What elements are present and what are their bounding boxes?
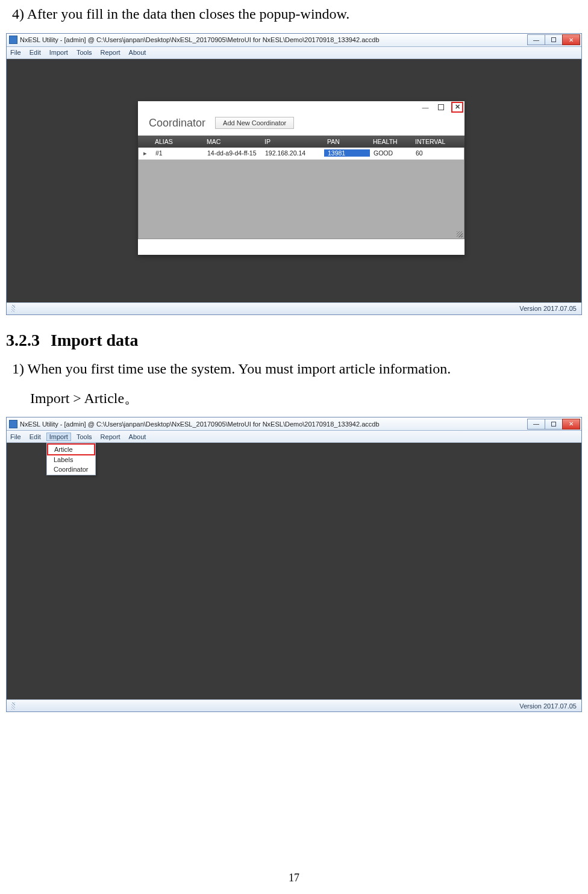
table-row[interactable]: ▸ #1 14-dd-a9-d4-ff-15 192.168.20.14 139… [139, 148, 464, 160]
col-interval: INTERVAL [411, 138, 454, 145]
version-label: Version 2017.07.05 [519, 702, 577, 710]
col-health: HEALTH [369, 138, 411, 145]
dropdown-item-labels[interactable]: Labels [48, 455, 95, 464]
statusbar-grip-icon [11, 305, 15, 312]
menu-import[interactable]: Import [46, 433, 71, 441]
minimize-button[interactable]: — [527, 34, 545, 45]
cell-interval[interactable]: 60 [412, 149, 454, 157]
popup-title: Coordinator [149, 117, 205, 130]
cell-mac[interactable]: 14-dd-a9-d4-ff-15 [204, 149, 261, 157]
section-heading: 3.2.3Import data [6, 331, 582, 350]
cell-pan[interactable]: 13981 [324, 149, 370, 157]
maximize-button[interactable] [545, 419, 563, 430]
window-titlebar: NxESL Utility - [admin] @ C:\Users\janpa… [7, 34, 581, 47]
coordinator-table: ALIAS MAC IP PAN HEALTH INTERVAL ▸ #1 [138, 136, 464, 239]
status-bar: Version 2017.07.05 [7, 699, 581, 711]
close-button[interactable]: ✕ [562, 34, 580, 45]
minimize-button[interactable]: — [527, 419, 545, 430]
menu-import[interactable]: Import [49, 49, 68, 56]
cell-health[interactable]: GOOD [370, 149, 412, 157]
doc-step-4: 4) After you fill in the data then close… [6, 4, 582, 25]
doc-step-1: 1) When you first time use the system. Y… [6, 358, 582, 380]
cell-ip[interactable]: 192.168.20.14 [261, 149, 324, 157]
screenshot-coordinator: NxESL Utility - [admin] @ C:\Users\janpa… [6, 33, 582, 315]
page-number: 17 [0, 872, 588, 884]
add-coordinator-button[interactable]: Add New Coordinator [215, 117, 294, 129]
doc-step-1-path: Import > Article。 [6, 388, 582, 409]
row-marker: ▸ [139, 149, 152, 157]
col-mac: MAC [203, 138, 261, 145]
menu-edit[interactable]: Edit [30, 433, 41, 440]
col-pan: PAN [324, 138, 369, 145]
version-label: Version 2017.07.05 [519, 305, 577, 312]
popup-close-button[interactable]: ✕ [451, 102, 463, 113]
menu-bar: File Edit Import Tools Report About [7, 47, 581, 59]
window-title: NxESL Utility - [admin] @ C:\Users\janpa… [20, 36, 528, 43]
close-button[interactable]: ✕ [562, 419, 580, 430]
menu-file[interactable]: File [10, 433, 21, 440]
col-ip: IP [261, 138, 324, 145]
menu-about[interactable]: About [129, 433, 146, 440]
app-icon [9, 36, 17, 44]
window-titlebar: NxESL Utility - [admin] @ C:\Users\janpa… [7, 417, 581, 431]
popup-maximize-button[interactable] [436, 102, 446, 112]
statusbar-grip-icon [11, 702, 15, 710]
menu-file[interactable]: File [10, 49, 21, 56]
col-alias: ALIAS [151, 138, 203, 145]
menu-report[interactable]: Report [101, 49, 120, 56]
status-bar: Version 2017.07.05 [7, 302, 581, 314]
dropdown-item-coordinator[interactable]: Coordinator [48, 464, 95, 474]
window-title: NxESL Utility - [admin] @ C:\Users\janpa… [20, 420, 528, 428]
resize-grip-icon[interactable] [457, 231, 463, 237]
popup-minimize-button[interactable]: — [420, 102, 431, 112]
cell-alias[interactable]: #1 [152, 149, 204, 157]
import-dropdown: Article Labels Coordinator [46, 443, 96, 475]
menu-bar: File Edit Import Tools Report About [7, 431, 581, 443]
coordinator-popup: — ✕ Coordinator Add New Coordinator ALIA… [138, 101, 464, 255]
menu-tools[interactable]: Tools [77, 49, 92, 56]
menu-about[interactable]: About [129, 49, 146, 56]
app-icon [9, 420, 17, 428]
menu-edit[interactable]: Edit [30, 49, 41, 56]
screenshot-import-menu: NxESL Utility - [admin] @ C:\Users\janpa… [6, 417, 582, 712]
menu-tools[interactable]: Tools [77, 433, 92, 440]
menu-report[interactable]: Report [101, 433, 120, 440]
dropdown-item-article[interactable]: Article [47, 443, 95, 455]
maximize-button[interactable] [545, 34, 563, 45]
